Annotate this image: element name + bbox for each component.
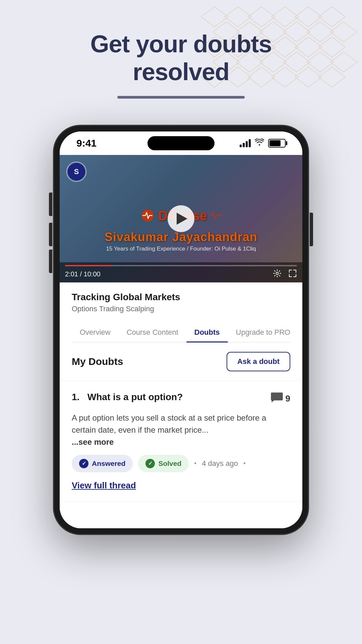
doubt-question-row: 1. What is a put option? 9 [72, 392, 290, 406]
answered-badge: ✓ Answered [72, 455, 133, 472]
header-section: Get your doubts resolved [0, 0, 362, 112]
tabs-row: Overview Course Content Doubts Upgrade t… [72, 323, 290, 342]
video-top-bar: S [60, 155, 302, 189]
tab-doubts[interactable]: Doubts [186, 323, 228, 342]
play-icon [177, 213, 187, 225]
progress-fill [65, 265, 111, 266]
comment-count: 9 [286, 393, 290, 404]
phone-frame: 9:41 [54, 125, 308, 534]
next-card-peek [60, 501, 302, 528]
battery-icon [268, 139, 286, 148]
doubts-title: My Doubts [72, 356, 123, 367]
settings-icon[interactable] [273, 269, 282, 280]
page-title: Get your doubts resolved [0, 30, 362, 86]
course-info: Tracking Global Markets Options Trading … [60, 282, 302, 342]
controls-row: 2:01 / 10:00 [65, 269, 297, 280]
presenter-name: Sivakumar Jayachandran [60, 230, 302, 244]
status-time: 9:41 [76, 138, 97, 149]
svg-point-31 [276, 272, 279, 274]
status-icons [240, 139, 286, 148]
dynamic-island [147, 136, 215, 150]
doubt-meta-row: ✓ Answered ✓ Solved • 4 days ago • [72, 455, 290, 472]
doubt-answer-preview: A put option lets you sell a stock at a … [72, 412, 290, 448]
course-subtitle: Options Trading Scalping [72, 305, 290, 313]
status-bar: 9:41 [60, 131, 302, 155]
doubt-time: 4 days ago [202, 459, 238, 468]
ask-doubt-button[interactable]: Ask a doubt [227, 352, 290, 371]
video-controls: 2:01 / 10:00 [60, 262, 302, 282]
logo-pulse-svg [139, 209, 156, 223]
video-player[interactable]: S DiPulse [60, 155, 302, 282]
tab-upgrade[interactable]: Upgrade to PRO [228, 323, 299, 342]
wifi-icon [255, 139, 264, 148]
play-button[interactable] [168, 205, 194, 232]
meta-separator-1: • [194, 460, 196, 467]
channel-avatar: S [68, 163, 85, 180]
control-icons [273, 269, 297, 280]
solved-badge: ✓ Solved [138, 455, 189, 472]
doubts-header: My Doubts Ask a doubt [60, 342, 302, 381]
see-more-label[interactable]: ...see more [72, 437, 114, 446]
course-title: Tracking Global Markets [72, 292, 290, 303]
phone-wrapper: 9:41 [0, 125, 362, 534]
fullscreen-icon[interactable] [288, 269, 297, 280]
comment-icon [271, 392, 283, 406]
signal-icon [240, 139, 251, 147]
presenter-subtitle: 15 Years of Trading Experience / Founder… [60, 246, 302, 252]
progress-bar[interactable] [65, 265, 297, 266]
doubt-question: 1. What is a put option? [72, 392, 271, 402]
view-thread-button[interactable]: View full thread [72, 480, 136, 491]
doubt-card: 1. What is a put option? 9 [60, 381, 302, 501]
presenter-info: Sivakumar Jayachandran 15 Years of Tradi… [60, 230, 302, 252]
solved-check-icon: ✓ [145, 459, 155, 468]
tab-course-content[interactable]: Course Content [119, 323, 186, 342]
channel-avatar-ring: S [66, 162, 86, 182]
phone-screen: 9:41 [60, 131, 302, 528]
title-underline [117, 96, 245, 99]
answered-check-icon: ✓ [79, 459, 88, 468]
doubt-comments: 9 [271, 392, 290, 406]
meta-separator-2: • [243, 460, 246, 467]
pulse-line-svg [209, 211, 223, 221]
tab-overview[interactable]: Overview [72, 323, 119, 342]
time-display: 2:01 / 10:00 [65, 270, 101, 278]
